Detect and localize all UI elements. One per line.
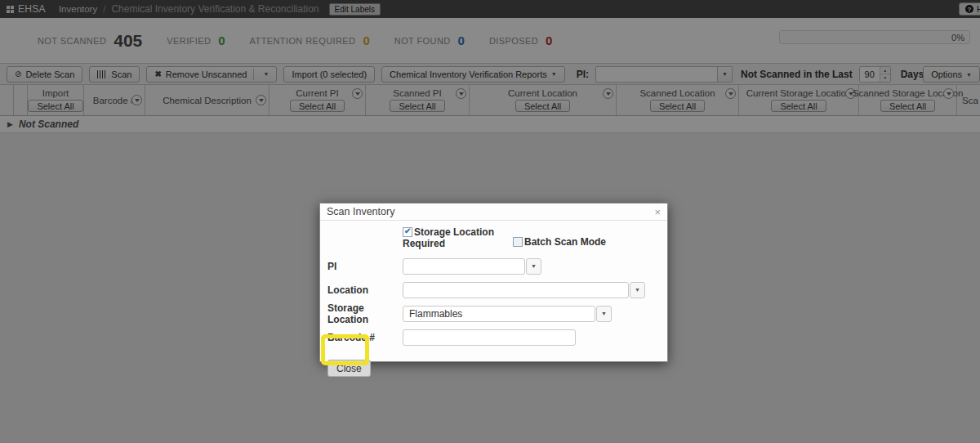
batch-scan-mode-checkbox-group: Batch Scan Mode	[513, 237, 606, 248]
storage-location-field-row: Storage Location ▼	[320, 302, 667, 325]
storage-location-field-label: Storage Location	[327, 302, 403, 325]
location-field-row: Location ▼	[320, 278, 667, 302]
location-field-label: Location	[327, 284, 403, 296]
barcode-field-label: Barcode #	[327, 332, 403, 343]
storage-location-combobox: ▼	[403, 306, 612, 322]
modal-titlebar: Scan Inventory ×	[320, 204, 667, 221]
pi-dropdown-button[interactable]: ▼	[526, 258, 541, 275]
checkbox-row: Storage Location Required Batch Scan Mod…	[320, 226, 667, 254]
storage-location-required-checkbox[interactable]	[403, 227, 412, 237]
storage-location-input[interactable]	[403, 306, 595, 322]
close-icon[interactable]: ×	[654, 207, 661, 217]
close-button-row: Close	[320, 356, 667, 380]
scan-inventory-modal: Scan Inventory × Storage Location Requir…	[319, 203, 668, 362]
storage-location-required-checkbox-group: Storage Location Required	[403, 227, 494, 250]
pi-field-row: PI ▼	[320, 254, 667, 278]
storage-location-dropdown-button[interactable]: ▼	[596, 306, 612, 322]
pi-combobox: ▼	[403, 258, 541, 275]
close-button[interactable]: Close	[327, 360, 371, 377]
pi-input[interactable]	[403, 258, 525, 275]
pi-field-label: PI	[327, 261, 403, 272]
location-input[interactable]	[403, 282, 629, 298]
location-dropdown-button[interactable]: ▼	[630, 282, 645, 298]
barcode-input[interactable]	[403, 329, 576, 346]
modal-title: Scan Inventory	[327, 206, 654, 217]
barcode-field-row: Barcode #	[320, 325, 667, 349]
modal-body: Storage Location Required Batch Scan Mod…	[320, 221, 667, 380]
batch-scan-mode-checkbox[interactable]	[513, 237, 523, 247]
location-combobox: ▼	[403, 282, 645, 298]
